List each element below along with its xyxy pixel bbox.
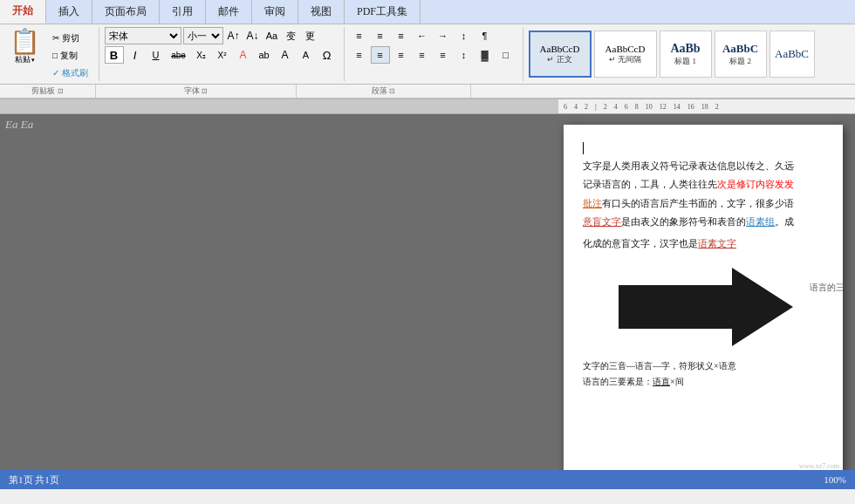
style-heading2-label: 标题 2 <box>729 56 751 67</box>
style-no-spacing-preview: AaBbCcD <box>605 44 646 54</box>
clear-format-button[interactable]: 更 <box>302 27 319 44</box>
tab-插入[interactable]: 插入 <box>46 0 92 24</box>
watermark: www.xz7.com <box>799 462 839 470</box>
font-label: 字体 ⊡ <box>96 85 297 98</box>
font-color-button[interactable]: A <box>234 46 253 64</box>
style-normal-preview: AaBbCcD <box>540 44 580 54</box>
show-marks-button[interactable]: ¶ <box>475 27 495 44</box>
align-center-button[interactable]: ≡ <box>371 46 390 64</box>
increase-indent-button[interactable]: → <box>434 27 453 44</box>
line-spacing-button[interactable]: ↕ <box>455 46 474 64</box>
styles-section: AaBbCcD ↵ 正文 AaBbCcD ↵ 无间隔 AaBb 标题 1 AaB… <box>529 27 815 81</box>
font-case-button[interactable]: Aa <box>263 27 281 44</box>
style-normal-label: ↵ 正文 <box>547 54 571 65</box>
p2-text3: 语素组 <box>746 216 775 227</box>
underline-button[interactable]: U <box>147 46 166 64</box>
below1-text: 文字的三音—语言—字，符形状义×语意 <box>583 361 736 371</box>
align-right-button[interactable]: ≡ <box>392 46 411 64</box>
number-list-button[interactable]: ≡ <box>371 27 390 44</box>
shading-button[interactable]: ▓ <box>475 46 495 64</box>
svg-marker-0 <box>619 268 793 346</box>
right-aside: 语言的三 <box>810 282 845 294</box>
distribute-button[interactable]: ≡ <box>434 46 453 64</box>
status-left: 第1页 共1页 <box>9 473 59 487</box>
highlight-button[interactable]: ab <box>255 46 274 64</box>
borders-button[interactable]: □ <box>496 46 516 64</box>
bullet-list-button[interactable]: ≡ <box>350 27 369 44</box>
style-more-preview: AaBbC <box>775 47 809 61</box>
paragraph-section: ≡ ≡ ≡ ← → ↕ ¶ ≡ ≡ ≡ ≡ ≡ ↕ ▓ □ <box>350 27 523 81</box>
superscript-button[interactable]: X² <box>213 46 232 64</box>
align-left-button[interactable]: ≡ <box>350 46 369 64</box>
status-right: 100% <box>824 474 846 485</box>
below-text-2: 语言的三要素是：语直×间 <box>583 374 829 390</box>
font-grow-button[interactable]: A↑ <box>225 27 243 44</box>
clipboard-label: 剪贴板 ⊡ <box>0 85 96 98</box>
p2-text2: 是由表义的象形符号和表音的 <box>621 216 746 227</box>
paragraph-2b: 化成的意盲文字，汉字也是语素文字 <box>583 235 829 252</box>
subscript-button[interactable]: X₂ <box>192 46 211 64</box>
p1b-track1: 次是修订内容发发 <box>717 176 794 193</box>
tab-页面布局[interactable]: 页面布局 <box>92 0 160 24</box>
p2-text4: 。成 <box>775 216 794 227</box>
style-heading1-preview: AaBb <box>670 42 700 56</box>
below2-text: 语言的三要素是： <box>583 377 653 386</box>
paste-label: 粘贴▾ <box>15 54 35 65</box>
phonetic-button[interactable]: 变 <box>283 27 300 44</box>
justify-button[interactable]: ≡ <box>413 46 432 64</box>
style-normal[interactable]: AaBbCcD ↵ 正文 <box>529 31 592 78</box>
tab-pdf[interactable]: PDF工具集 <box>345 0 421 24</box>
p1c-comment: 批注 <box>583 198 602 208</box>
decrease-indent-button[interactable]: ← <box>413 27 432 44</box>
p2-text1: 意盲文字 <box>583 216 621 227</box>
status-bar: 第1页 共1页 100% <box>0 470 855 489</box>
style-more[interactable]: AaBbC <box>770 31 815 78</box>
char-shading-button[interactable]: A <box>276 46 295 64</box>
clipboard-section: 📋 粘贴▾ ✂ 剪切 □ 复制 ✓ 格式刷 <box>3 27 99 81</box>
below2-text2: ×间 <box>670 377 684 386</box>
paragraph-1b: 记录语言的，工具，人类往往先次是修订内容发发 <box>583 176 829 193</box>
doc-top-cursor <box>583 140 829 142</box>
style-heading1[interactable]: AaBb 标题 1 <box>660 31 712 78</box>
strikethrough-button[interactable]: abe <box>168 46 190 64</box>
style-no-spacing[interactable]: AaBbCcD ↵ 无间隔 <box>594 31 657 78</box>
tab-视图[interactable]: 视图 <box>298 0 345 24</box>
p1-text1: 文字是人类用表义符号记录表达信息以传之、久远 <box>583 160 794 171</box>
p2b-track: 语素文字 <box>698 238 736 249</box>
paragraph-1: 文字是人类用表义符号记录表达信息以传之、久远 <box>583 158 829 174</box>
style-heading2[interactable]: AaBbC 标题 2 <box>715 31 767 78</box>
font-shrink-button[interactable]: A↓ <box>244 27 262 44</box>
below2-underline: 语直 <box>653 377 670 386</box>
font-name-select[interactable]: 宋体 <box>105 27 181 44</box>
p1b-text1: 记录语言的，工具，人类往往先 <box>583 176 717 193</box>
multilevel-list-button[interactable]: ≡ <box>392 27 411 44</box>
cut-button[interactable]: ✂ 剪切 <box>49 31 92 46</box>
copy-button[interactable]: □ 复制 <box>49 48 92 64</box>
style-heading2-preview: AaBbC <box>722 42 758 56</box>
left-gray-panel: Ea Ea <box>0 114 557 470</box>
bold-button[interactable]: B <box>105 46 124 64</box>
main-area: Ea Ea 文字是人类用表义符号记录表达信息以传之、久远 记录语言的，工具，人类… <box>0 114 855 470</box>
paste-button[interactable]: 📋 粘贴▾ <box>3 27 46 81</box>
paragraph-2: 意盲文字是由表义的象形符号和表音的语素组。成 <box>583 214 829 230</box>
sort-button[interactable]: ↕ <box>455 27 474 44</box>
p1c-text: 有口头的语言后产生书面的，文字，很多少语 <box>602 198 794 208</box>
char-border-button[interactable]: A <box>297 46 316 64</box>
ea-ea-text: Ea Ea <box>0 114 557 135</box>
italic-button[interactable]: I <box>126 46 145 64</box>
below-text-1: 文字的三音—语言—字，符形状义×语意 <box>583 358 829 374</box>
tab-邮件[interactable]: 邮件 <box>206 0 252 24</box>
tab-审阅[interactable]: 审阅 <box>252 0 298 24</box>
tab-开始[interactable]: 开始 <box>0 0 46 24</box>
ruler: 6 4 2 | 2 4 6 8 10 12 14 16 18 2 <box>0 99 855 114</box>
document-area[interactable]: 文字是人类用表义符号记录表达信息以传之、久远 记录语言的，工具，人类往往先次是修… <box>557 114 855 470</box>
clipboard-small-buttons: ✂ 剪切 □ 复制 ✓ 格式刷 <box>49 31 92 81</box>
document-page: 文字是人类用表义符号记录表达信息以传之、久远 记录语言的，工具，人类往往先次是修… <box>564 125 843 470</box>
format-painter-button[interactable]: ✓ 格式刷 <box>49 65 92 81</box>
symbol-button[interactable]: Ω <box>318 46 337 64</box>
font-section: 宋体 小一 A↑ A↓ Aa 变 更 B I U abe X₂ X² A ab … <box>105 27 345 81</box>
text-cursor <box>583 142 584 154</box>
font-size-select[interactable]: 小一 <box>183 27 223 44</box>
tab-引用[interactable]: 引用 <box>160 0 206 24</box>
section-labels-row: 剪贴板 ⊡ 字体 ⊡ 段落 ⊡ <box>0 85 855 99</box>
